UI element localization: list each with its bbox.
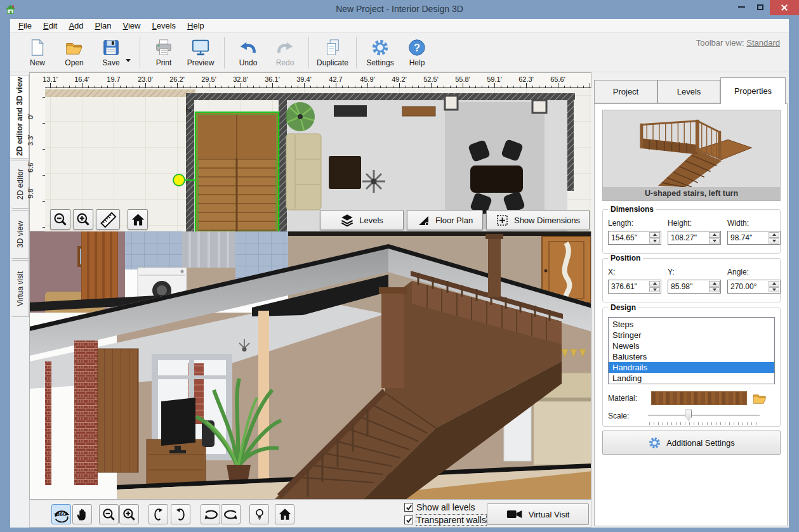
y-spin-up[interactable]: [709, 281, 720, 287]
list-item-steps[interactable]: Steps: [609, 319, 774, 330]
new-button[interactable]: New: [19, 36, 56, 70]
view3d-toolbar: 360 Show all lev: [29, 500, 591, 528]
menu-view[interactable]: View: [117, 20, 147, 32]
tab-3d-view[interactable]: 3D view: [11, 210, 29, 259]
dining-table-2d[interactable]: [470, 165, 523, 193]
tab-levels[interactable]: Levels: [657, 80, 720, 103]
additional-settings-button[interactable]: Additional Settings: [602, 431, 781, 455]
list-item-stringer[interactable]: Stringer: [609, 330, 774, 341]
x-spin-up[interactable]: [649, 281, 660, 287]
app-window: New Project - Interior Design 3D File Ed…: [0, 0, 799, 532]
rotate-360-button[interactable]: 360: [51, 504, 71, 524]
zoom-in-3d-button[interactable]: [119, 504, 139, 524]
plant-2d[interactable]: [286, 102, 315, 131]
x-input[interactable]: [609, 280, 649, 293]
length-spin-up[interactable]: [649, 232, 660, 238]
y-spin-down[interactable]: [709, 287, 720, 293]
pan-button[interactable]: [72, 504, 92, 524]
height-input[interactable]: [668, 231, 709, 244]
shelf-2d[interactable]: [402, 107, 435, 116]
menu-levels[interactable]: Levels: [147, 20, 182, 32]
column-2d[interactable]: [445, 96, 458, 110]
menu-edit[interactable]: Edit: [37, 20, 63, 32]
settings-label: Settings: [366, 58, 393, 67]
width-input[interactable]: [728, 231, 769, 244]
plan-canvas[interactable]: 2" Levels Floor Plan: [45, 88, 592, 232]
scale-slider-thumb[interactable]: [685, 410, 692, 421]
minimize-button[interactable]: [732, 0, 751, 14]
tab-virtual-visit[interactable]: Virtua visit: [11, 260, 29, 317]
width-spin-up[interactable]: [769, 232, 779, 238]
maximize-button[interactable]: [751, 0, 770, 14]
redo-button[interactable]: Redo: [267, 36, 303, 70]
plan-2d-pane: 13.1' 16.4' 19.7 23.0' 26.2' 29.5' 32.8'…: [29, 72, 591, 231]
transparent-walls-checkbox[interactable]: Transparent walls: [404, 515, 486, 525]
plan-zoom-in-button[interactable]: [73, 209, 93, 230]
angle-spin-down[interactable]: [769, 287, 779, 293]
levels-button[interactable]: Levels: [320, 210, 404, 230]
plan-zoom-out-button[interactable]: [50, 209, 70, 230]
plan-home-button[interactable]: [128, 209, 148, 230]
help-button[interactable]: ? Help: [399, 36, 435, 70]
menu-help[interactable]: Help: [182, 20, 210, 32]
height-spin-up[interactable]: [709, 232, 720, 238]
open-button[interactable]: Open: [56, 36, 93, 70]
print-button[interactable]: Print: [145, 36, 182, 70]
home-icon: [278, 507, 292, 521]
tv-console-2d[interactable]: [334, 105, 367, 117]
brick-pillar-3d[interactable]: [74, 341, 98, 485]
angle-spin-up[interactable]: [769, 281, 779, 287]
sofa-2d[interactable]: [286, 134, 321, 210]
toolbar-separator: [140, 37, 140, 68]
menu-add[interactable]: Add: [63, 20, 89, 32]
angle-input[interactable]: [728, 280, 769, 293]
floor-plan-button[interactable]: Floor Plan: [407, 210, 483, 230]
show-dimensions-button[interactable]: Show Dimensions: [486, 210, 590, 230]
rotate-down-button[interactable]: [171, 504, 190, 524]
toolbar-view-standard-link[interactable]: Standard: [746, 38, 780, 48]
list-item-landing[interactable]: Landing: [609, 373, 774, 384]
orbit-right-button[interactable]: [221, 504, 241, 524]
tab-project[interactable]: Project: [594, 80, 657, 103]
orbit-left-button[interactable]: [201, 504, 220, 524]
tab-properties[interactable]: Properties: [720, 77, 786, 104]
list-item-handrails[interactable]: Handrails: [609, 362, 774, 373]
width-spin-down[interactable]: [769, 238, 779, 244]
menu-plan[interactable]: Plan: [89, 20, 117, 32]
curtain-3d[interactable]: [81, 231, 118, 305]
show-all-levels-checkbox[interactable]: Show all levels: [404, 502, 475, 512]
length-spin-down[interactable]: [649, 238, 660, 244]
wardrobe-3d[interactable]: [98, 349, 138, 472]
x-spin-down[interactable]: [649, 287, 660, 293]
dimension-label: 2": [185, 107, 192, 112]
rotate-up-button[interactable]: [149, 504, 168, 524]
new-label: New: [30, 58, 45, 67]
close-button[interactable]: [770, 0, 799, 15]
coffee-table-2d[interactable]: [329, 156, 361, 189]
settings-button[interactable]: Settings: [362, 36, 399, 70]
scale-slider[interactable]: [648, 410, 760, 422]
save-button[interactable]: Save: [93, 36, 129, 70]
save-dropdown-caret[interactable]: [126, 59, 131, 62]
zoom-out-3d-button[interactable]: [99, 504, 119, 524]
list-item-newels[interactable]: Newels: [609, 341, 774, 351]
lighting-button[interactable]: [249, 504, 269, 524]
virtual-visit-button[interactable]: Virtual Visit: [487, 503, 589, 525]
list-item-balusters[interactable]: Balusters: [609, 351, 774, 362]
duplicate-button[interactable]: Duplicate: [314, 36, 351, 70]
material-swatch[interactable]: [651, 391, 747, 405]
menu-file[interactable]: File: [13, 20, 37, 32]
height-spin-down[interactable]: [709, 238, 720, 244]
y-input[interactable]: [668, 280, 709, 293]
browse-material-folder-icon[interactable]: [752, 391, 767, 406]
undo-button[interactable]: Undo: [230, 36, 267, 70]
checkbox-box: [404, 516, 413, 524]
length-input[interactable]: [609, 231, 649, 244]
preview-button[interactable]: Preview: [182, 36, 219, 70]
plan-measure-button[interactable]: [96, 209, 120, 230]
design-parts-list: Steps Stringer Newels Balusters Handrail…: [608, 317, 775, 384]
stairs-2d-selected[interactable]: [195, 112, 279, 232]
home-view-button[interactable]: [275, 504, 294, 524]
view-3d-canvas[interactable]: [29, 231, 591, 500]
scale-slider-track[interactable]: [648, 415, 760, 417]
